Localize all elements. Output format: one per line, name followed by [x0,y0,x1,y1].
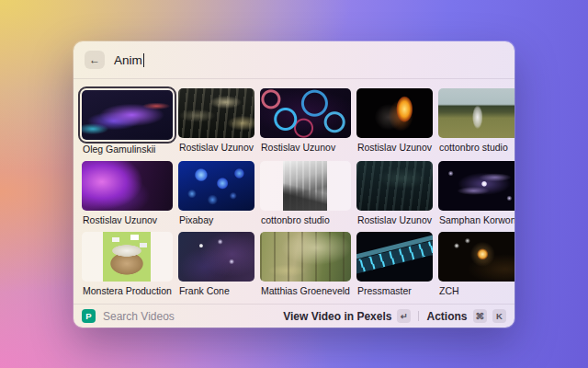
video-result[interactable]: Frank Cone [178,232,254,296]
author-label: ZCH [438,285,514,296]
thumbnail-image [356,232,433,282]
thumbnail-image [260,88,351,138]
thumbnail-image [103,232,151,282]
thumbnail-image [178,88,254,138]
thumbnail-image [356,88,433,138]
video-result[interactable]: cottonbro studio [438,88,514,155]
video-thumbnail[interactable] [178,161,254,211]
video-results-grid: Oleg GamulinskiiRostislav UzunovRostisla… [74,79,514,304]
video-thumbnail[interactable] [82,90,173,140]
author-label: Rostislav Uzunov [82,214,173,225]
launcher-window: ← Anim Oleg GamulinskiiRostislav UzunovR… [74,41,514,328]
video-thumbnail[interactable] [260,161,351,211]
back-button[interactable]: ← [85,51,105,69]
action-bar: P Search Videos View Video in Pexels ↵ A… [74,305,514,328]
author-label: Rostislav Uzunov [356,214,433,225]
author-label: cottonbro studio [260,214,351,225]
thumbnail-image [438,88,514,138]
search-input[interactable]: Anim [114,53,144,67]
thumbnail-image [438,161,514,211]
video-result[interactable]: Pixabay [178,161,254,225]
enter-key-icon: ↵ [397,309,411,323]
video-result[interactable]: Rostislav Uzunov [356,88,433,155]
author-label: Samphan Korwong [438,214,514,225]
video-result[interactable]: cottonbro studio [260,161,351,225]
search-query: Anim [114,53,142,67]
video-thumbnail[interactable] [438,88,514,138]
video-result[interactable]: Rostislav Uzunov [178,88,254,155]
author-label: cottonbro studio [438,142,514,153]
video-result[interactable]: Pressmaster [356,232,433,296]
thumbnail-image [283,161,327,211]
video-result[interactable]: Oleg Gamulinskii [82,90,173,155]
video-thumbnail[interactable] [82,232,173,282]
video-result[interactable]: Samphan Korwong [438,161,514,225]
k-key-icon: K [492,309,506,323]
command-name: Search Videos [103,310,175,323]
video-thumbnail[interactable] [438,161,514,211]
thumbnail-image [438,232,514,282]
video-thumbnail[interactable] [178,88,254,138]
author-label: Rostislav Uzunov [260,142,351,153]
video-result[interactable]: ZCH [438,232,514,296]
thumbnail-image [178,161,254,211]
author-label: Pixabay [178,214,254,225]
search-bar: ← Anim [74,41,514,78]
video-result[interactable]: Rostislav Uzunov [82,161,173,225]
text-cursor [143,53,145,67]
author-label: Frank Cone [178,285,254,296]
author-label: Rostislav Uzunov [356,142,433,153]
video-result[interactable]: Rostislav Uzunov [356,161,433,225]
author-label: Rostislav Uzunov [178,142,254,153]
author-label: Oleg Gamulinskii [82,144,173,155]
actions-menu-button[interactable]: Actions [426,310,467,323]
divider [418,311,419,321]
video-result[interactable]: Matthias Groeneveld [260,232,351,296]
video-thumbnail[interactable] [260,88,351,138]
video-thumbnail[interactable] [82,161,173,211]
author-label: Matthias Groeneveld [260,285,351,296]
thumbnail-image [82,90,173,140]
video-thumbnail[interactable] [438,232,514,282]
author-label: Pressmaster [356,285,433,296]
command-key-icon: ⌘ [473,309,488,323]
video-thumbnail[interactable] [260,232,351,282]
pexels-icon: P [82,309,96,323]
video-result[interactable]: Monstera Production [82,232,173,296]
video-thumbnail[interactable] [356,88,433,138]
thumbnail-image [82,161,173,211]
thumbnail-image [178,232,254,282]
primary-action-button[interactable]: View Video in Pexels [283,310,391,323]
thumbnail-image [356,161,433,211]
video-result[interactable]: Rostislav Uzunov [260,88,351,155]
video-thumbnail[interactable] [356,232,433,282]
author-label: Monstera Production [82,285,173,296]
thumbnail-image [260,232,351,282]
arrow-left-icon: ← [89,53,100,66]
video-thumbnail[interactable] [178,232,254,282]
video-thumbnail[interactable] [356,161,433,211]
